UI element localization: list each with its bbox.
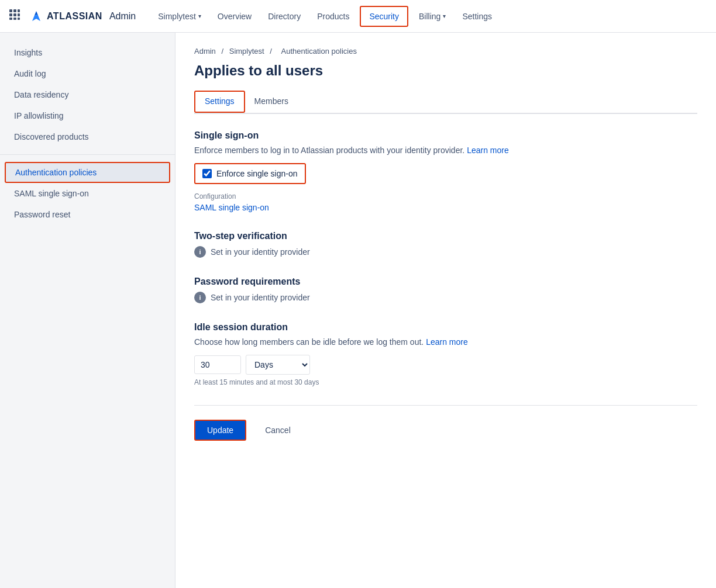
- svg-rect-4: [13, 13, 16, 16]
- idle-session-title: Idle session duration: [194, 322, 697, 333]
- action-buttons: Update Cancel: [194, 420, 697, 441]
- idle-duration-unit-select[interactable]: Minutes Hours Days: [246, 355, 310, 375]
- page-tabs: Settings Members: [194, 91, 697, 114]
- nav-item-security[interactable]: Security: [360, 6, 408, 27]
- breadcrumb-admin[interactable]: Admin: [194, 47, 216, 56]
- svg-rect-6: [9, 18, 12, 20]
- sidebar-item-discovered-products[interactable]: Discovered products: [0, 126, 175, 147]
- breadcrumb-sep-2: /: [270, 47, 274, 56]
- svg-rect-0: [9, 9, 12, 12]
- password-title: Password requirements: [194, 276, 697, 287]
- atlassian-text: ATLASSIAN: [47, 11, 102, 22]
- content-divider: [194, 405, 697, 406]
- enforce-sso-checkbox[interactable]: [202, 169, 212, 178]
- cancel-button[interactable]: Cancel: [253, 421, 302, 440]
- idle-session-description: Choose how long members can be idle befo…: [194, 337, 697, 347]
- layout: Insights Audit log Data residency IP all…: [0, 33, 716, 588]
- two-step-info-text: Set in your identity provider: [211, 247, 310, 257]
- idle-duration-input[interactable]: [194, 355, 241, 374]
- nav-item-directory[interactable]: Directory: [260, 0, 309, 33]
- enforce-sso-checkbox-row: Enforce single sign-on: [194, 163, 306, 184]
- nav-item-billing[interactable]: Billing ▾: [411, 0, 454, 33]
- sso-learn-more-link[interactable]: Learn more: [467, 146, 509, 155]
- saml-sso-config-link[interactable]: SAML single sign-on: [194, 203, 269, 212]
- sidebar-item-ip-allowlisting[interactable]: IP allowlisting: [0, 105, 175, 126]
- nav-item-products[interactable]: Products: [309, 0, 357, 33]
- password-section: Password requirements i Set in your iden…: [194, 276, 697, 303]
- sidebar: Insights Audit log Data residency IP all…: [0, 33, 175, 588]
- grid-icon[interactable]: [9, 9, 20, 23]
- sso-description: Enforce members to log in to Atlassian p…: [194, 146, 697, 155]
- two-step-info-icon: i: [194, 246, 206, 258]
- nav-item-overview[interactable]: Overview: [209, 0, 260, 33]
- idle-hint: At least 15 minutes and at most 30 days: [194, 378, 697, 386]
- billing-dropdown-arrow: ▾: [443, 13, 446, 19]
- sidebar-divider: [0, 154, 175, 155]
- atlassian-logo: ATLASSIAN Admin: [29, 9, 136, 23]
- tab-members[interactable]: Members: [245, 91, 298, 113]
- breadcrumb: Admin / Simplytest / Authentication poli…: [194, 47, 697, 56]
- tab-settings[interactable]: Settings: [194, 91, 245, 113]
- password-info-row: i Set in your identity provider: [194, 292, 697, 303]
- atlassian-logo-icon: [29, 9, 43, 23]
- password-info-icon: i: [194, 292, 206, 303]
- two-step-section: Two-step verification i Set in your iden…: [194, 231, 697, 258]
- svg-rect-7: [13, 18, 16, 20]
- page-title: Applies to all users: [194, 63, 697, 79]
- nav-item-settings[interactable]: Settings: [454, 0, 500, 33]
- sidebar-item-password-reset[interactable]: Password reset: [0, 204, 175, 225]
- svg-rect-1: [13, 9, 16, 12]
- idle-input-row: Minutes Hours Days: [194, 355, 697, 375]
- simplytest-dropdown-arrow: ▾: [198, 13, 201, 19]
- breadcrumb-simplytest[interactable]: Simplytest: [229, 47, 264, 56]
- nav-item-simplytest[interactable]: Simplytest ▾: [150, 0, 209, 33]
- breadcrumb-current: Authentication policies: [281, 47, 357, 56]
- sidebar-item-audit-log[interactable]: Audit log: [0, 63, 175, 84]
- two-step-info-row: i Set in your identity provider: [194, 246, 697, 258]
- svg-rect-3: [9, 13, 12, 16]
- admin-text: Admin: [109, 11, 136, 22]
- svg-rect-8: [18, 18, 20, 20]
- enforce-sso-label[interactable]: Enforce single sign-on: [216, 169, 298, 178]
- sso-title: Single sign-on: [194, 130, 697, 141]
- password-info-text: Set in your identity provider: [211, 293, 310, 302]
- svg-rect-2: [18, 9, 20, 12]
- sidebar-item-data-residency[interactable]: Data residency: [0, 84, 175, 105]
- logo-area: ATLASSIAN Admin: [9, 9, 136, 23]
- sidebar-item-saml-sso[interactable]: SAML single sign-on: [0, 183, 175, 204]
- two-step-title: Two-step verification: [194, 231, 697, 241]
- update-button[interactable]: Update: [194, 420, 246, 441]
- sso-section: Single sign-on Enforce members to log in…: [194, 130, 697, 212]
- main-content: Admin / Simplytest / Authentication poli…: [175, 33, 716, 588]
- svg-rect-5: [18, 13, 20, 16]
- idle-session-learn-more-link[interactable]: Learn more: [426, 337, 468, 347]
- top-navigation: ATLASSIAN Admin Simplytest ▾ Overview Di…: [0, 0, 716, 33]
- nav-items: Simplytest ▾ Overview Directory Products…: [150, 0, 707, 33]
- idle-session-section: Idle session duration Choose how long me…: [194, 322, 697, 386]
- sidebar-item-insights[interactable]: Insights: [0, 42, 175, 63]
- breadcrumb-sep-1: /: [221, 47, 225, 56]
- config-label: Configuration: [194, 192, 697, 200]
- sidebar-item-authentication-policies[interactable]: Authentication policies: [5, 162, 170, 183]
